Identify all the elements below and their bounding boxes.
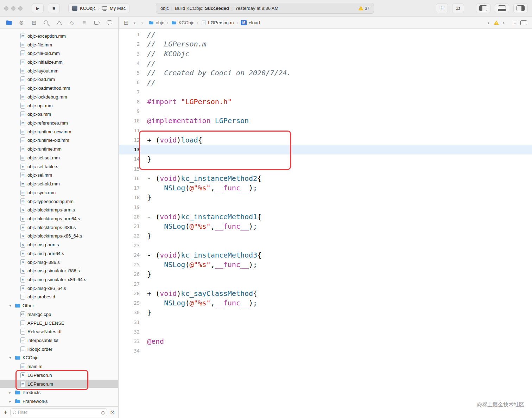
filter-field[interactable]: ◷ (10, 408, 108, 416)
symbol-navigator-icon[interactable]: ⊞ (31, 19, 38, 26)
forward-button[interactable]: › (141, 20, 143, 26)
line-number[interactable]: 11 (119, 126, 140, 135)
line-number[interactable]: 18 (119, 193, 140, 202)
line-number[interactable]: 7 (119, 88, 140, 97)
line-number[interactable]: 27 (119, 279, 140, 289)
code-line-28[interactable]: 28+ (void)kc_sayClassMethod{ (119, 289, 532, 298)
code-line-15[interactable]: 15 (119, 164, 532, 174)
sidebar-item-interposable-txt[interactable]: interposable.txt (0, 336, 118, 345)
scheme-selector[interactable]: KCObjc › My Mac (68, 4, 129, 13)
breakpoint-navigator-icon[interactable] (93, 19, 100, 26)
code-line-21[interactable]: 21 NSLog(@"%s",__func__); (119, 222, 532, 231)
line-number[interactable]: 24 (119, 251, 140, 260)
sidebar-item-objc-msg-simulator-x86-64-s[interactable]: sobjc-msg-simulator-x86_64.s (0, 275, 118, 284)
sidebar-item-objc-references-mm[interactable]: mobjc-references.mm (0, 119, 118, 127)
sidebar-item-releasenotes-rtf[interactable]: ReleaseNotes.rtf (0, 327, 118, 336)
sidebar-item-objc-sel-set-mm[interactable]: mobjc-sel-set.mm (0, 153, 118, 162)
sidebar-item-objc-opt-mm[interactable]: mobjc-opt.mm (0, 101, 118, 110)
line-number[interactable]: 2 (119, 39, 140, 49)
sidebar-item-objc-msg-arm-s[interactable]: sobjc-msg-arm.s (0, 240, 118, 249)
code-line-12[interactable]: 12+ (void)load{ (119, 135, 532, 145)
code-line-34[interactable]: 34 (119, 346, 532, 356)
code-line-30[interactable]: 30} (119, 308, 532, 317)
sidebar-item-objc-msg-arm64-s[interactable]: sobjc-msg-arm64.s (0, 249, 118, 258)
adjust-editor-icon[interactable]: ≡ (513, 20, 517, 26)
code-line-16[interactable]: 16- (void)kc_instanceMethod2{ (119, 174, 532, 183)
code-line-2[interactable]: 2// LGPerson.m (119, 39, 532, 49)
disclosure-triangle[interactable]: ▸ (8, 391, 13, 394)
code-line-33[interactable]: 33@end (119, 337, 532, 346)
zoom-window-button[interactable] (18, 6, 23, 11)
line-number[interactable]: 31 (119, 318, 140, 327)
source-editor[interactable]: 1//2// LGPerson.m3// KCObjc4//5// Create… (119, 29, 532, 418)
code-line-31[interactable]: 31 (119, 318, 532, 327)
line-number[interactable]: 32 (119, 327, 140, 337)
line-number[interactable]: 6 (119, 78, 140, 87)
line-number[interactable]: 10 (119, 116, 140, 126)
line-number[interactable]: 13 (119, 145, 140, 154)
code-review-button[interactable]: ⇄ (452, 4, 464, 13)
code-line-10[interactable]: 10@implementation LGPerson (119, 116, 532, 126)
code-line-23[interactable]: 23 (119, 241, 532, 251)
line-number[interactable]: 9 (119, 107, 140, 116)
code-line-9[interactable]: 9 (119, 107, 532, 116)
code-line-6[interactable]: 6// (119, 78, 532, 87)
line-number[interactable]: 12 (119, 135, 140, 145)
code-line-26[interactable]: 26} (119, 270, 532, 279)
line-number[interactable]: 4 (119, 59, 140, 68)
sidebar-item-objc-layout-mm[interactable]: mobjc-layout.mm (0, 66, 118, 75)
sidebar-item-kcobjc[interactable]: ▾KCObjc (0, 354, 118, 362)
line-number[interactable]: 30 (119, 308, 140, 317)
code-line-5[interactable]: 5// Created by Cooci on 2020/7/24. (119, 68, 532, 78)
code-line-4[interactable]: 4// (119, 59, 532, 68)
code-line-17[interactable]: 17 NSLog(@"%s",__func__); (119, 183, 532, 193)
find-navigator-icon[interactable] (43, 19, 50, 26)
line-number[interactable]: 34 (119, 346, 140, 356)
line-number[interactable]: 25 (119, 260, 140, 270)
sidebar-item-objc-typeencoding-mm[interactable]: mobjc-typeencoding.mm (0, 197, 118, 206)
toggle-debug-area-button[interactable] (495, 4, 509, 13)
next-issue-button[interactable]: › (503, 20, 505, 26)
sidebar-item-objc-exception-mm[interactable]: mobjc-exception.mm (0, 32, 118, 40)
sidebar-item-frameworks[interactable]: ▸Frameworks (0, 397, 118, 406)
sidebar-item-objc-runtime-old-mm[interactable]: mobjc-runtime-old.mm (0, 136, 118, 145)
jumpbar-item-+load[interactable]: M+load (241, 20, 260, 25)
filter-input[interactable] (18, 410, 100, 415)
code-line-19[interactable]: 19 (119, 203, 532, 212)
sidebar-item-objc-sel-mm[interactable]: mobjc-sel.mm (0, 171, 118, 180)
line-number[interactable]: 28 (119, 289, 140, 298)
report-navigator-icon[interactable] (106, 19, 113, 26)
code-line-13[interactable]: 13 (119, 145, 532, 154)
minimize-window-button[interactable] (11, 6, 15, 11)
sidebar-item-lgperson-m[interactable]: mLGPerson.m (0, 380, 118, 388)
back-button[interactable]: ‹ (134, 20, 136, 26)
line-number[interactable]: 1 (119, 30, 140, 39)
line-number[interactable]: 3 (119, 49, 140, 59)
source-control-filter-icon[interactable]: ⊠ (110, 409, 115, 416)
code-line-25[interactable]: 25 NSLog(@"%s",__func__); (119, 260, 532, 270)
sidebar-item-objc-msg-simulator-i386-s[interactable]: sobjc-msg-simulator-i386.s (0, 266, 118, 275)
line-number[interactable]: 16 (119, 174, 140, 183)
sidebar-item-other[interactable]: ▾Other (0, 301, 118, 310)
sidebar-item-objc-runtime-mm[interactable]: mobjc-runtime.mm (0, 145, 118, 153)
line-number[interactable]: 26 (119, 270, 140, 279)
code-line-7[interactable]: 7 (119, 88, 532, 97)
sidebar-item-objc-sel-old-mm[interactable]: mobjc-sel-old.mm (0, 179, 118, 188)
sidebar-item-objc-sync-mm[interactable]: mobjc-sync.mm (0, 188, 118, 197)
sidebar-item-objc-file-old-mm[interactable]: mobjc-file-old.mm (0, 49, 118, 58)
warning-count-badge[interactable]: 37 (358, 6, 369, 11)
sidebar-item-main-m[interactable]: mmain.m (0, 362, 118, 371)
issue-navigator-icon[interactable] (56, 19, 63, 26)
code-line-29[interactable]: 29 NSLog(@"%s",__func__); (119, 298, 532, 308)
code-line-3[interactable]: 3// KCObjc (119, 49, 532, 59)
line-number[interactable]: 19 (119, 203, 140, 212)
line-number[interactable]: 20 (119, 212, 140, 222)
sidebar-item-objc-lockdebug-mm[interactable]: mobjc-lockdebug.mm (0, 93, 118, 101)
disclosure-triangle[interactable]: ▾ (8, 356, 13, 360)
warning-icon[interactable] (494, 20, 499, 25)
sidebar-item-products[interactable]: ▸Products (0, 388, 118, 397)
toggle-inspector-button[interactable] (513, 4, 528, 13)
code-line-24[interactable]: 24- (void)kc_instanceMethod3{ (119, 251, 532, 260)
test-navigator-icon[interactable]: ◇ (68, 19, 75, 26)
sidebar-item-objc-file-mm[interactable]: mobjc-file.mm (0, 40, 118, 49)
